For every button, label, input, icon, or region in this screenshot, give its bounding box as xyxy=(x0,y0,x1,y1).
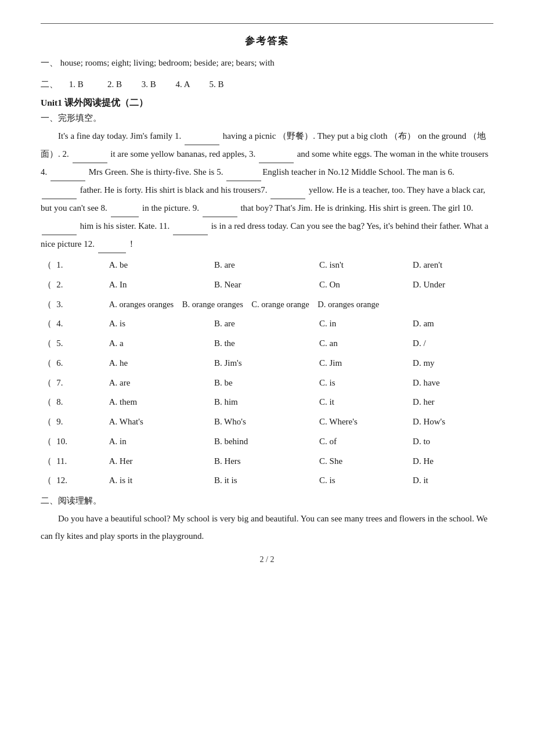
paren-open: （ xyxy=(41,471,54,491)
paren-close xyxy=(481,373,493,393)
q-opt-d: D. Under xyxy=(410,275,481,295)
part2-label: 二、阅读理解。 xyxy=(41,495,493,506)
paren-open: （ xyxy=(41,334,54,354)
paren-close xyxy=(410,295,481,315)
q-opt-a: A. them xyxy=(107,393,212,412)
q-opt-b: B. it is xyxy=(212,471,317,491)
paren-close xyxy=(481,314,493,334)
paren-close xyxy=(481,354,493,373)
blank7 xyxy=(270,181,305,199)
section2: 二、 1. B 2. B 3. B 4. A 5. B xyxy=(41,76,493,93)
q-opt-c: C. in xyxy=(317,314,410,334)
options-table: （ 1. A. be B. are C. isn't D. aren't （ 2… xyxy=(41,255,493,491)
table-row: （ 2. A. In B. Near C. On D. Under xyxy=(41,275,493,295)
section1: 一、 house; rooms; eight; living; bedroom;… xyxy=(41,55,493,71)
blank6 xyxy=(42,181,77,199)
q-opt-b: B. are xyxy=(212,255,317,275)
paren-open: （ xyxy=(41,255,54,275)
table-row: （ 6. A. he B. Jim's C. Jim D. my xyxy=(41,354,493,373)
q-num: 11. xyxy=(54,452,107,471)
paren-open: （ xyxy=(41,295,54,315)
q-opt-c: C. Jim xyxy=(317,354,410,373)
paren-open: （ xyxy=(41,373,54,393)
q-opt-a: A. are xyxy=(107,373,212,393)
table-row: （ 4. A. is B. are C. in D. am xyxy=(41,314,493,334)
q-num: 10. xyxy=(54,432,107,452)
unit-title: Unit1 课外阅读提优（二） xyxy=(41,97,493,109)
paren-close xyxy=(481,393,493,412)
q-options-wide: A. oranges oranges B. orange oranges C. … xyxy=(107,295,410,315)
q-opt-d: D. my xyxy=(410,354,481,373)
table-row: （ 10. A. in B. behind C. of D. to xyxy=(41,432,493,452)
paren-open: （ xyxy=(41,314,54,334)
q-opt-b: B. the xyxy=(212,334,317,354)
table-row: （ 12. A. is it B. it is C. is D. it xyxy=(41,471,493,491)
s2-item5: 5. B xyxy=(209,80,223,89)
q-opt-d: D. He xyxy=(410,452,481,471)
q-opt-b: B. be xyxy=(212,373,317,393)
paren-open: （ xyxy=(41,432,54,452)
q-opt-b: B. are xyxy=(212,314,317,334)
s2-item3: 3. B xyxy=(142,80,156,89)
paren-close xyxy=(481,471,493,491)
blank10 xyxy=(42,217,77,235)
paren-open: （ xyxy=(41,412,54,432)
q-opt-b: B. Who's xyxy=(212,412,317,432)
reading-passage: Do you have a beautiful school? My schoo… xyxy=(41,510,493,545)
q-num: 7. xyxy=(54,373,107,393)
passage-text: It's a fine day today. Jim's family 1. h… xyxy=(41,127,493,253)
paren-close xyxy=(481,452,493,471)
q-opt-d: D. How's xyxy=(410,412,481,432)
blank5 xyxy=(226,163,261,181)
page-number: 2 / 2 xyxy=(41,555,493,564)
q-opt-d: D. / xyxy=(410,334,481,354)
q-opt-d: D. aren't xyxy=(410,255,481,275)
table-row: （ 5. A. a B. the C. an D. / xyxy=(41,334,493,354)
blank12 xyxy=(98,235,127,253)
q-opt-c: C. Where's xyxy=(317,412,410,432)
q-opt-d: D. am xyxy=(410,314,481,334)
q-opt-a: A. in xyxy=(107,432,212,452)
table-row: （ 1. A. be B. are C. isn't D. aren't xyxy=(41,255,493,275)
s2-item4: 4. A xyxy=(176,80,190,89)
blank2 xyxy=(73,145,107,163)
paren-open: （ xyxy=(41,393,54,412)
q-opt-c: C. On xyxy=(317,275,410,295)
q-opt-d: D. have xyxy=(410,373,481,393)
q-num: 3. xyxy=(54,295,107,315)
q-opt-c: C. it xyxy=(317,393,410,412)
paren-close xyxy=(481,275,493,295)
q-opt-c: C. isn't xyxy=(317,255,410,275)
q-opt-b: B. him xyxy=(212,393,317,412)
table-row: （ 8. A. them B. him C. it D. her xyxy=(41,393,493,412)
q-opt-a: A. he xyxy=(107,354,212,373)
q-opt-a: A. What's xyxy=(107,412,212,432)
q-num: 4. xyxy=(54,314,107,334)
q-num: 9. xyxy=(54,412,107,432)
blank8 xyxy=(111,199,139,217)
q-opt-a: A. is it xyxy=(107,471,212,491)
q-opt-b: B. behind xyxy=(212,432,317,452)
q-num: 8. xyxy=(54,393,107,412)
q-opt-d: D. it xyxy=(410,471,481,491)
q-opt-c: C. is xyxy=(317,471,410,491)
paren-open: （ xyxy=(41,452,54,471)
q-opt-a: A. a xyxy=(107,334,212,354)
section2-label: 二、 xyxy=(41,80,58,89)
q-opt-b: B. Jim's xyxy=(212,354,317,373)
blank4 xyxy=(50,163,85,181)
part1-label: 一、完形填空。 xyxy=(41,113,493,124)
q-num: 2. xyxy=(54,275,107,295)
paren-close xyxy=(481,334,493,354)
q-opt-a: A. is xyxy=(107,314,212,334)
s2-item1: 1. B xyxy=(69,80,84,89)
q-opt-c: C. She xyxy=(317,452,410,471)
q-num: 1. xyxy=(54,255,107,275)
q-num: 5. xyxy=(54,334,107,354)
blank3 xyxy=(259,145,294,163)
blank1 xyxy=(185,127,219,145)
q-opt-c: C. of xyxy=(317,432,410,452)
paren-open: （ xyxy=(41,354,54,373)
s2-item2: 2. B xyxy=(107,80,122,89)
paren-close xyxy=(481,412,493,432)
